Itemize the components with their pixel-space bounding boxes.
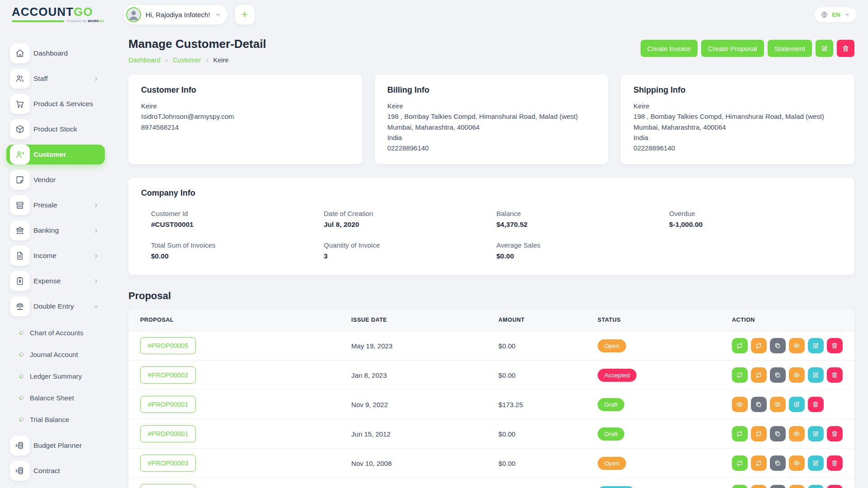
row-action-repeat-button[interactable] <box>732 367 748 383</box>
create-invoice-button[interactable]: Create Invoice <box>641 40 698 57</box>
sidebar-item-banking[interactable]: Banking <box>6 221 105 240</box>
sidebar-item-budget-planner[interactable]: $Budget Planner <box>6 436 105 455</box>
field-value: $0.00 <box>496 252 669 260</box>
row-action-edit-button[interactable] <box>808 455 824 471</box>
proposal-id-button[interactable]: #PROP00001 <box>140 396 196 413</box>
brand-logo[interactable]: ACCOUNTGO Powered By WORKDO <box>12 6 104 23</box>
row-action-edit-button[interactable] <box>808 367 824 383</box>
row-action-edit-button[interactable] <box>808 485 824 488</box>
proposal-id-button[interactable]: #PROP00001 <box>140 425 196 442</box>
page-actions: Create InvoiceCreate ProposalStatement <box>641 40 855 57</box>
row-action-trash-button[interactable] <box>827 455 843 471</box>
row-action-repeat-button[interactable] <box>751 426 767 441</box>
row-action-trash-button[interactable] <box>827 338 843 353</box>
row-action-repeat-button[interactable] <box>732 426 748 441</box>
status-badge: Open <box>598 339 626 352</box>
issue-date-cell: Nov 10, 2008 <box>340 449 486 478</box>
company-field-overdue: Overdue$-1,000.00 <box>669 210 842 229</box>
row-action-repeat-button[interactable] <box>732 455 748 471</box>
sidebar-item-customer[interactable]: Customer <box>6 145 105 164</box>
user-menu[interactable]: Hi, Rajodiya Infotech! <box>123 5 227 24</box>
sidebar-item-income[interactable]: Income <box>6 246 105 266</box>
sidebar-item-product-stock[interactable]: Product Stock <box>6 119 105 139</box>
card-title: Shipping Info <box>633 85 842 95</box>
row-action-copy-button[interactable] <box>751 397 767 412</box>
row-action-trash-button[interactable] <box>827 485 843 488</box>
company-info-card: Company Info Customer Id#CUST00001Date o… <box>128 178 854 275</box>
breadcrumb-separator: › <box>206 56 208 64</box>
breadcrumb-dashboard[interactable]: Dashboard <box>128 56 160 64</box>
row-action-eye-button[interactable] <box>789 367 805 383</box>
breadcrumb: Dashboard›Customer›Keire <box>128 56 266 64</box>
statement-button[interactable]: Statement <box>768 40 812 57</box>
edit-icon <box>812 342 819 349</box>
row-actions <box>732 455 843 471</box>
sidebar-item-presale[interactable]: Presale <box>6 195 105 215</box>
row-action-repeat-button[interactable] <box>732 338 748 353</box>
row-action-repeat-button[interactable] <box>751 338 767 353</box>
header-edit-button[interactable] <box>816 40 833 57</box>
row-action-copy-button[interactable] <box>770 338 786 353</box>
sidebar-item-label: Double Entry <box>33 302 74 310</box>
breadcrumb-customer[interactable]: Customer <box>173 56 201 64</box>
row-action-trash-button[interactable] <box>827 367 843 383</box>
row-action-trash-button[interactable] <box>827 426 843 441</box>
svg-text:$: $ <box>15 444 18 448</box>
sidebar-item-dashboard[interactable]: Dashboard <box>6 43 105 63</box>
row-action-edit-button[interactable] <box>808 426 824 441</box>
sidebar-item-product-services[interactable]: Product & Services <box>6 94 105 114</box>
sidebar-subitem-balance-sheet[interactable]: Balance Sheet <box>0 387 108 408</box>
sidebar-item-staff[interactable]: Staff <box>6 69 105 89</box>
row-action-eye-button[interactable] <box>789 485 805 488</box>
table-row: #PROP00001Nov 9, 2022$173.25Draft <box>128 390 854 419</box>
proposal-id-button[interactable]: #PROP00005 <box>140 337 196 354</box>
sidebar-item-double-entry[interactable]: Double Entry <box>6 296 105 316</box>
row-action-repeat-button[interactable] <box>751 455 767 471</box>
eye-icon <box>774 401 781 408</box>
sidebar-item-contract[interactable]: $Contract <box>6 461 105 481</box>
row-action-eye-button[interactable] <box>770 397 786 412</box>
row-action-copy-button[interactable] <box>770 367 786 383</box>
plus-icon <box>240 10 249 19</box>
language-selector[interactable]: EN <box>815 7 856 22</box>
sidebar-subitem-label: Trial Balance <box>30 416 69 423</box>
sidebar-item-vendor[interactable]: Vendor <box>6 170 105 190</box>
store-icon <box>15 200 25 210</box>
row-action-eye-button[interactable] <box>789 455 805 471</box>
status-badge: Accepted <box>598 369 637 382</box>
quick-add-button[interactable] <box>235 5 255 25</box>
row-action-repeat-button[interactable] <box>732 485 748 488</box>
create-proposal-button[interactable]: Create Proposal <box>701 40 764 57</box>
row-action-repeat-button[interactable] <box>751 485 767 488</box>
row-action-eye-button[interactable] <box>789 426 805 441</box>
proposal-id-button[interactable]: #PROP00010 <box>140 484 196 488</box>
sidebar-subitem-ledger-summary[interactable]: Ledger Summary <box>0 365 108 387</box>
card-line: India <box>633 132 842 143</box>
row-action-edit-button[interactable] <box>789 397 805 412</box>
row-action-copy-button[interactable] <box>770 426 786 441</box>
row-action-edit-button[interactable] <box>808 338 824 353</box>
box-icon <box>15 124 25 134</box>
sidebar-subitem-journal-account[interactable]: Journal Account <box>0 343 108 365</box>
sidebar-subitem-trial-balance[interactable]: Trial Balance <box>0 408 108 430</box>
proposal-id-button[interactable]: #PROP00002 <box>140 366 196 384</box>
proposal-id-button[interactable]: #PROP00003 <box>140 455 196 472</box>
sidebar-item-expense[interactable]: Expense <box>6 271 105 291</box>
row-action-eye-button[interactable] <box>732 397 748 412</box>
card-line: 02228896140 <box>633 143 842 153</box>
row-action-trash-button[interactable] <box>808 397 824 412</box>
brand-name: ACCOUNTGO <box>12 6 104 18</box>
row-action-eye-button[interactable] <box>789 338 805 353</box>
user-chevron <box>215 11 222 18</box>
company-info-title: Company Info <box>141 188 842 198</box>
edit-icon <box>812 371 819 379</box>
row-action-copy-button[interactable] <box>770 455 786 471</box>
copy-icon <box>774 342 781 349</box>
row-action-copy-button[interactable] <box>770 485 786 488</box>
issue-date-cell: Jun 15, 2012 <box>340 419 486 449</box>
header-trash-button[interactable] <box>837 40 854 57</box>
copy-icon <box>774 430 781 437</box>
sidebar-item-label: Dashboard <box>33 49 68 57</box>
sidebar-subitem-chart-of-accounts[interactable]: Chart of Accounts <box>0 322 108 343</box>
row-action-repeat-button[interactable] <box>751 367 767 383</box>
